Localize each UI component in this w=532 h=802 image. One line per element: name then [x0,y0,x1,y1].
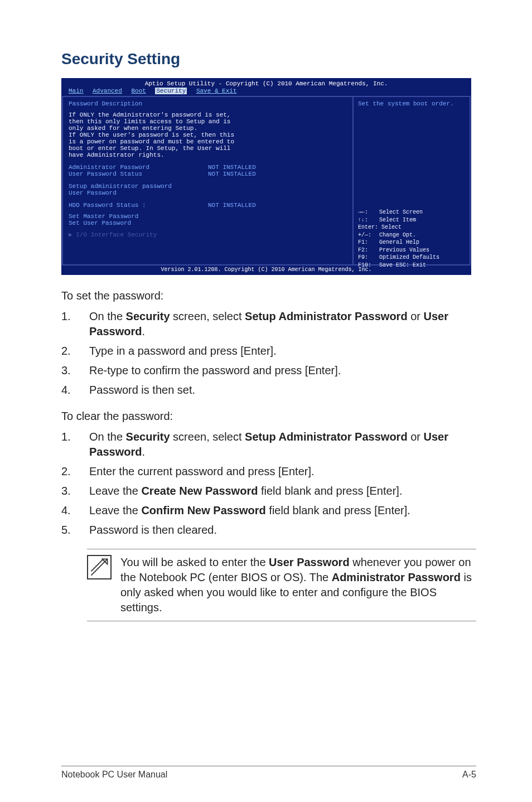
list-item: Type in a password and press [Enter]. [89,344,476,359]
bios-admin-pwd-label: Administrator Password [69,164,208,171]
tab-advanced: Advanced [93,88,122,94]
list-item: Leave the Confirm New Password field bla… [89,503,476,518]
bios-user-pwd-status-value: NOT INSTALLED [208,171,256,177]
bios-pwd-desc-heading: Password Description [69,100,347,107]
bios-header: Aptio Setup Utility - Copyright (C) 2010… [62,79,471,87]
tab-boot: Boot [131,88,146,94]
list-item: Password is then set. [89,383,476,398]
bios-desc-line: boot or enter Setup. In Setup, the User … [69,145,347,152]
list-item: Enter the current password and press [En… [89,464,476,479]
list-item: On the Security screen, select Setup Adm… [89,309,476,339]
tab-save-exit: Save & Exit [196,88,237,94]
list-item: Re-type to confirm the password and pres… [89,363,476,378]
list-number: 3. [61,484,89,499]
bios-tabs: Main Advanced Boot Security Save & Exit [62,87,471,96]
tab-main: Main [69,88,83,94]
list-number: 4. [61,503,89,518]
bios-desc-line: only asked for when entering Setup. [69,125,347,132]
bios-io-interface-security: ▶ I/O Interface Security [69,231,347,238]
note-icon [87,555,112,579]
list-number: 5. [61,523,89,538]
bios-desc-line: If ONLY the user's password is set, then… [69,132,347,138]
bios-desc-line: is a power on password and must be enter… [69,138,347,145]
bios-user-pwd-status-label: User Password Status [69,171,208,177]
bios-hdd-pwd-status-label: HDD Password Status : [69,202,208,209]
bios-hdd-pwd-status-value: NOT INSTALLED [208,202,256,209]
list-item: On the Security screen, select Setup Adm… [89,429,476,460]
list-number: 1. [61,429,89,460]
footer-page-number: A-5 [462,770,476,780]
footer-left: Notebook PC User Manual [61,770,167,780]
bios-admin-pwd-value: NOT INSTALLED [208,164,256,171]
list-number: 4. [61,383,89,398]
note-text: You will be asked to enter the User Pass… [120,555,476,615]
bios-user-password: User Password [69,190,347,196]
bios-right-help-title: Set the system boot order. [358,100,465,107]
bios-desc-line: have Administrator rights. [69,152,347,158]
list-number: 2. [61,344,89,359]
clear-password-intro: To clear the password: [61,409,476,424]
bios-setup-admin-pwd: Setup administrator password [69,183,347,190]
list-number: 1. [61,309,89,339]
tab-security: Security [155,88,187,94]
list-item: Leave the Create New Password field blan… [89,484,476,499]
note-box: You will be asked to enter the User Pass… [87,549,476,621]
bios-desc-line: then this only limits access to Setup an… [69,118,347,125]
bios-screenshot: Aptio Setup Utility - Copyright (C) 2010… [61,78,471,275]
set-password-intro: To set the password: [61,288,476,303]
bios-desc-line: If ONLY the Administrator's password is … [69,112,347,118]
bios-set-master-pwd: Set Master Password [69,213,347,220]
list-number: 2. [61,464,89,479]
list-item: Password is then cleared. [89,523,476,538]
bios-key-help: →←:Select Screen ↑↓:Select Item Enter: S… [358,209,465,269]
page-title: Security Setting [61,50,476,68]
list-number: 3. [61,363,89,378]
bios-set-user-pwd: Set User Password [69,220,347,226]
